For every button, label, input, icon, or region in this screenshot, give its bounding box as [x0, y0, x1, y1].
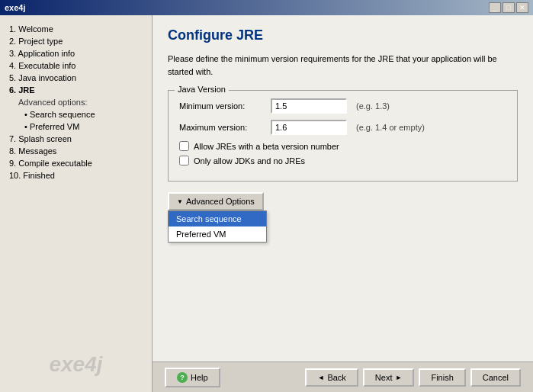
minimum-version-hint: (e.g. 1.3) — [356, 101, 390, 111]
title-bar: exe4j _ □ ✕ — [0, 0, 533, 15]
sidebar-item-finished[interactable]: 10. Finished — [6, 169, 146, 182]
footer-bar: ? Help ◄ Back Next ► Finish Cancel — [153, 361, 533, 392]
next-arrow-icon: ► — [395, 374, 402, 381]
minimum-version-row: Minimum version: (e.g. 1.3) — [179, 98, 506, 114]
sidebar-advanced-options-label: Advanced options: — [6, 96, 146, 108]
java-version-group: Java Version Minimum version: (e.g. 1.3)… — [168, 90, 518, 182]
maximum-version-row: Maximum version: (e.g. 1.4 or empty) — [179, 120, 506, 135]
maximum-version-input[interactable] — [271, 120, 347, 135]
checkbox-jdk-row: Only allow JDKs and no JREs — [179, 156, 506, 165]
advanced-options-dropdown: Search sequence Preferred VM — [168, 210, 267, 243]
main-container: 1. Welcome 2. Project type 3. Applicatio… — [0, 15, 533, 392]
maximum-version-label: Maximum version: — [179, 123, 271, 132]
sidebar-item-java-invocation[interactable]: 5. Java invocation — [6, 72, 146, 84]
checkbox-beta-row: Allow JREs with a beta version number — [179, 141, 506, 151]
dropdown-item-preferred-vm[interactable]: Preferred VM — [169, 227, 266, 242]
close-button[interactable]: ✕ — [516, 2, 528, 13]
advanced-options-button[interactable]: ▼ Advanced Options — [168, 192, 264, 210]
sidebar-item-app-info[interactable]: 3. Application info — [6, 47, 146, 59]
sidebar-item-messages[interactable]: 8. Messages — [6, 145, 146, 157]
back-arrow-icon: ◄ — [317, 374, 324, 381]
minimum-version-input[interactable] — [271, 98, 347, 114]
page-title: Configure JRE — [168, 27, 518, 43]
sidebar-item-splash-screen[interactable]: 7. Splash screen — [6, 133, 146, 145]
triangle-icon: ▼ — [177, 198, 183, 205]
cancel-button[interactable]: Cancel — [470, 368, 521, 387]
maximum-version-hint: (e.g. 1.4 or empty) — [356, 123, 425, 132]
window-controls: _ □ ✕ — [489, 2, 528, 13]
dropdown-item-search-sequence[interactable]: Search sequence — [169, 211, 266, 227]
checkbox-jdk[interactable] — [179, 156, 189, 165]
sidebar-item-jre[interactable]: 6. JRE — [6, 84, 146, 96]
maximize-button[interactable]: □ — [502, 2, 515, 13]
window-title: exe4j — [5, 3, 26, 12]
content-main: Configure JRE Please define the minimum … — [153, 15, 533, 361]
advanced-options-wrapper: ▼ Advanced Options Search sequence Prefe… — [168, 192, 518, 243]
checkbox-beta[interactable] — [179, 141, 189, 151]
back-button[interactable]: ◄ Back — [305, 368, 358, 387]
sidebar-logo: exe4j — [6, 345, 146, 384]
group-box-label: Java Version — [175, 85, 229, 94]
minimize-button[interactable]: _ — [489, 2, 501, 13]
sidebar-item-preferred-vm[interactable]: • Preferred VM — [6, 120, 146, 133]
minimum-version-label: Minimum version: — [179, 101, 271, 111]
content-area: Configure JRE Please define the minimum … — [153, 15, 533, 392]
sidebar: 1. Welcome 2. Project type 3. Applicatio… — [0, 15, 153, 392]
checkbox-jdk-label: Only allow JDKs and no JREs — [194, 156, 305, 165]
checkbox-beta-label: Allow JREs with a beta version number — [194, 142, 339, 151]
finish-button[interactable]: Finish — [419, 368, 465, 387]
next-button[interactable]: Next ► — [363, 368, 415, 387]
help-button[interactable]: ? Help — [165, 368, 220, 387]
sidebar-item-search-sequence[interactable]: • Search sequence — [6, 108, 146, 120]
sidebar-item-project-type[interactable]: 2. Project type — [6, 35, 146, 47]
description: Please define the minimum version requir… — [168, 53, 518, 78]
sidebar-item-welcome[interactable]: 1. Welcome — [6, 23, 146, 35]
sidebar-item-compile-executable[interactable]: 9. Compile executable — [6, 157, 146, 169]
sidebar-item-exe-info[interactable]: 4. Executable info — [6, 59, 146, 72]
help-icon: ? — [177, 372, 188, 383]
